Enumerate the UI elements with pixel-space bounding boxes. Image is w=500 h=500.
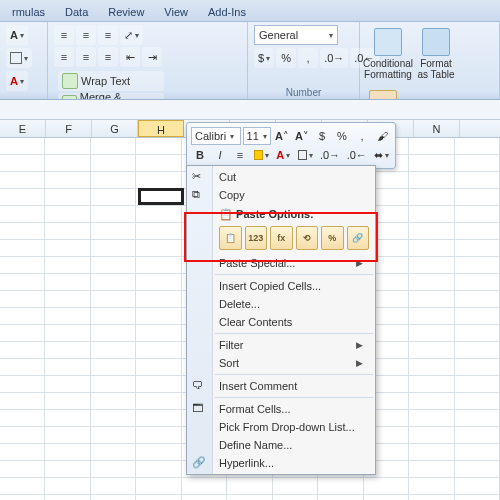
mini-fontcolor-button[interactable]: A▾ [274,146,293,164]
cell[interactable] [0,138,45,155]
cell[interactable] [0,359,45,376]
cell[interactable] [91,478,136,495]
tab-review[interactable]: Review [98,2,154,21]
cell[interactable] [455,291,500,308]
tab-addins[interactable]: Add-Ins [198,2,256,21]
menu-sort[interactable]: Sort▶ [187,354,375,372]
cell[interactable] [91,461,136,478]
percent-button[interactable]: % [276,48,296,68]
menu-insert-comment[interactable]: 🗨 Insert Comment [187,377,375,395]
mini-grow-font-button[interactable]: A˄ [273,127,291,145]
cell[interactable] [91,410,136,427]
cell[interactable] [136,155,181,172]
mini-align-button[interactable]: ≡ [231,146,249,164]
conditional-formatting-button[interactable]: Conditional Formatting [366,25,410,83]
cell[interactable] [0,308,45,325]
mini-format-painter-button[interactable]: 🖌 [373,127,391,145]
cell[interactable] [45,240,90,257]
cell[interactable] [136,223,181,240]
cell[interactable] [409,495,454,500]
cell[interactable] [91,376,136,393]
align-left-button[interactable]: ≡ [54,47,74,67]
cell[interactable] [409,240,454,257]
cell[interactable] [455,138,500,155]
menu-pick-dropdown[interactable]: Pick From Drop-down List... [187,418,375,436]
cell[interactable] [45,325,90,342]
cell[interactable] [455,444,500,461]
cell[interactable] [136,444,181,461]
menu-delete[interactable]: Delete... [187,295,375,313]
orientation-button[interactable]: ⤢▾ [120,25,143,45]
border-button[interactable]: ▾ [6,48,32,68]
cell[interactable] [136,240,181,257]
mini-merge-button[interactable]: ⬌▾ [371,146,391,164]
cell[interactable] [455,359,500,376]
cell[interactable] [409,189,454,206]
currency-button[interactable]: $▾ [254,48,274,68]
cell[interactable] [45,291,90,308]
cell[interactable] [227,495,272,500]
menu-clear-contents[interactable]: Clear Contents [187,313,375,331]
cell[interactable] [91,274,136,291]
cell[interactable] [409,461,454,478]
tab-data[interactable]: Data [55,2,98,21]
cell[interactable] [409,257,454,274]
cell[interactable] [455,376,500,393]
cell[interactable] [45,410,90,427]
menu-hyperlink[interactable]: 🔗 Hyperlink... [187,454,375,472]
cell[interactable] [0,189,45,206]
cell[interactable] [45,495,90,500]
cell[interactable] [91,359,136,376]
cell[interactable] [409,376,454,393]
cell[interactable] [0,223,45,240]
mini-font-select[interactable]: Calibri ▾ [191,127,241,145]
format-as-table-button[interactable]: Format as Table [414,25,458,83]
align-right-button[interactable]: ≡ [98,47,118,67]
mini-comma-button[interactable]: , [353,127,371,145]
cell[interactable] [45,444,90,461]
align-top-button[interactable]: ≡ [54,25,74,45]
cell[interactable] [45,427,90,444]
cell[interactable] [455,274,500,291]
cell[interactable] [0,257,45,274]
cell[interactable] [45,189,90,206]
cell[interactable] [455,206,500,223]
cell[interactable] [409,359,454,376]
cell[interactable] [91,206,136,223]
cell[interactable] [409,410,454,427]
cell[interactable] [136,393,181,410]
cell[interactable] [45,172,90,189]
cell[interactable] [182,478,227,495]
mini-border-button[interactable]: ▾ [295,146,316,164]
cell[interactable] [455,189,500,206]
cell[interactable] [0,461,45,478]
column-header-N[interactable]: N [414,120,460,137]
cell[interactable] [91,495,136,500]
mini-size-select[interactable]: 11 ▾ [243,127,271,145]
cell[interactable] [455,427,500,444]
cell[interactable] [182,495,227,500]
cell[interactable] [136,172,181,189]
cell[interactable] [0,155,45,172]
cell[interactable] [0,376,45,393]
cell[interactable] [91,240,136,257]
cell[interactable] [409,478,454,495]
cell[interactable] [45,138,90,155]
comma-button[interactable]: , [298,48,318,68]
cell[interactable] [91,189,136,206]
cell[interactable] [91,325,136,342]
cell[interactable] [136,342,181,359]
cell[interactable] [45,359,90,376]
cell[interactable] [136,325,181,342]
column-header-E[interactable]: E [0,120,46,137]
cell[interactable] [136,376,181,393]
cell[interactable] [136,274,181,291]
cell[interactable] [91,444,136,461]
cell[interactable] [0,342,45,359]
cell[interactable] [45,257,90,274]
paste-option-5[interactable]: 🔗 [347,226,370,250]
mini-italic-button[interactable]: I [211,146,229,164]
cell[interactable] [455,342,500,359]
cell[interactable] [0,478,45,495]
cell[interactable] [136,359,181,376]
